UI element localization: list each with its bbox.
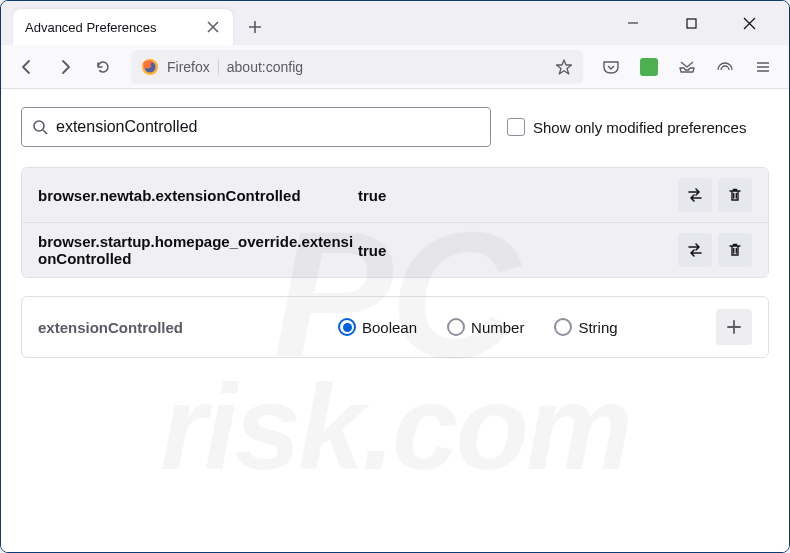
prefs-table: browser.newtab.extensionControlled true … bbox=[21, 167, 769, 278]
toggle-button[interactable] bbox=[678, 233, 712, 267]
aboutconfig-content: PC risk.com Show only modified preferenc… bbox=[1, 89, 789, 552]
forward-button[interactable] bbox=[49, 51, 81, 83]
pref-value: true bbox=[358, 187, 678, 204]
reload-button[interactable] bbox=[87, 51, 119, 83]
extension-icon[interactable] bbox=[633, 51, 665, 83]
urlbar[interactable]: Firefox bbox=[131, 50, 583, 84]
pref-search-box[interactable] bbox=[21, 107, 491, 147]
identity-label: Firefox bbox=[167, 59, 219, 75]
navigation-toolbar: Firefox bbox=[1, 45, 789, 89]
pref-name: browser.startup.homepage_override.extens… bbox=[38, 233, 358, 267]
modified-only-checkbox[interactable]: Show only modified preferences bbox=[507, 118, 746, 136]
pref-row[interactable]: browser.newtab.extensionControlled true bbox=[22, 168, 768, 223]
radio-icon bbox=[447, 318, 465, 336]
pocket-icon[interactable] bbox=[595, 51, 627, 83]
tab-title: Advanced Preferences bbox=[25, 20, 205, 35]
checkbox-label: Show only modified preferences bbox=[533, 119, 746, 136]
radio-number[interactable]: Number bbox=[447, 318, 524, 336]
type-radio-group: Boolean Number String bbox=[338, 318, 716, 336]
menu-button[interactable] bbox=[747, 51, 779, 83]
radio-string[interactable]: String bbox=[554, 318, 617, 336]
radio-label: Boolean bbox=[362, 319, 417, 336]
new-tab-button[interactable] bbox=[239, 11, 271, 43]
toggle-button[interactable] bbox=[678, 178, 712, 212]
firefox-icon bbox=[141, 58, 159, 76]
titlebar: Advanced Preferences bbox=[1, 1, 789, 45]
radio-label: Number bbox=[471, 319, 524, 336]
pref-row[interactable]: browser.startup.homepage_override.extens… bbox=[22, 223, 768, 277]
delete-button[interactable] bbox=[718, 233, 752, 267]
maximize-button[interactable] bbox=[671, 9, 711, 37]
search-icon bbox=[32, 119, 48, 135]
new-pref-section: extensionControlled Boolean Number Strin… bbox=[21, 296, 769, 358]
inbox-icon[interactable] bbox=[671, 51, 703, 83]
checkbox-icon bbox=[507, 118, 525, 136]
url-input[interactable] bbox=[227, 59, 547, 75]
pref-value: true bbox=[358, 242, 678, 259]
close-window-button[interactable] bbox=[729, 9, 769, 37]
pref-search-input[interactable] bbox=[56, 118, 480, 136]
account-icon[interactable] bbox=[709, 51, 741, 83]
radio-icon bbox=[338, 318, 356, 336]
browser-tab[interactable]: Advanced Preferences bbox=[13, 9, 233, 45]
delete-button[interactable] bbox=[718, 178, 752, 212]
svg-point-3 bbox=[34, 121, 44, 131]
add-pref-button[interactable] bbox=[716, 309, 752, 345]
radio-label: String bbox=[578, 319, 617, 336]
pref-name: browser.newtab.extensionControlled bbox=[38, 187, 358, 204]
svg-rect-0 bbox=[687, 19, 696, 28]
bookmark-star-icon[interactable] bbox=[555, 58, 573, 76]
radio-icon bbox=[554, 318, 572, 336]
minimize-button[interactable] bbox=[613, 9, 653, 37]
back-button[interactable] bbox=[11, 51, 43, 83]
new-pref-name: extensionControlled bbox=[38, 319, 338, 336]
radio-boolean[interactable]: Boolean bbox=[338, 318, 417, 336]
close-tab-icon[interactable] bbox=[205, 19, 221, 35]
